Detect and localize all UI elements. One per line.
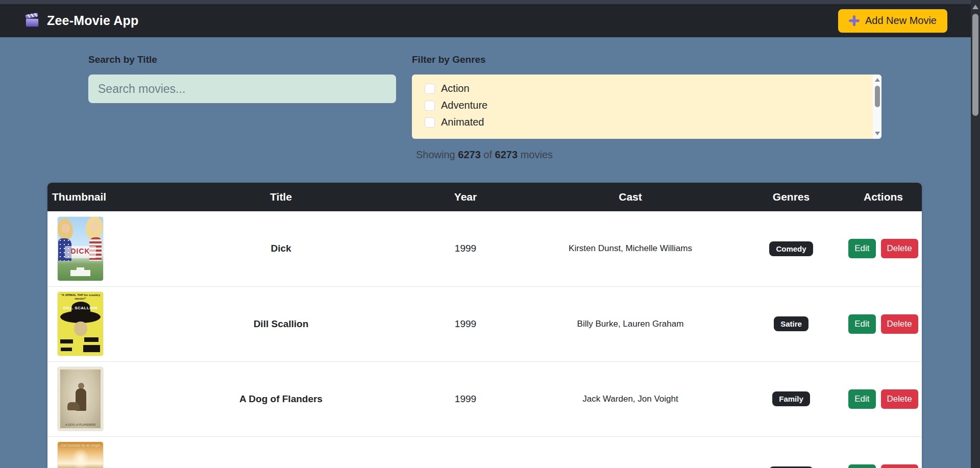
edit-button[interactable]: Edit [848, 389, 875, 409]
poster-title-text: A DOG of FLANDERS [60, 423, 101, 426]
poster-shape: ThumbnailTitleYearCastGenresActions [47, 183, 922, 211]
genre-option-adventure[interactable]: Adventure [412, 97, 881, 114]
genre-option-animated[interactable]: Animated [412, 114, 881, 131]
table-row: A DOG of FLANDERSA Dog of Flanders1999Ja… [47, 361, 922, 436]
app-title: Zee-Movie App [47, 13, 138, 28]
column-header-actions: Actions [845, 183, 922, 211]
scrollbar-thumb[interactable] [875, 86, 880, 107]
actions-cell: EditDelete [845, 286, 922, 361]
poster-shape [26, 19, 38, 27]
plus-icon [849, 15, 860, 26]
poster-title-text: DILL SCALLION [58, 306, 103, 310]
genre-badge: Comedy [769, 241, 813, 256]
table-row: DICKDick1999Kirsten Dunst, Michelle Will… [47, 211, 922, 286]
scroll-up-arrow-icon[interactable] [972, 5, 978, 9]
genre-checkbox[interactable] [425, 117, 435, 128]
movie-title: A Dog of Flanders [154, 361, 408, 436]
scrollbar-thumb[interactable] [972, 14, 978, 116]
poster-shape [70, 270, 90, 276]
table-header: ThumbnailTitleYearCastGenresActions [47, 183, 922, 211]
genres-label: Filter by Genres [412, 54, 881, 66]
results-total-count: 6273 [495, 149, 518, 160]
table-row: Get touched by an angelComedyEditDelete [47, 436, 922, 468]
movie-cast: Billy Burke, Lauren Graham [523, 286, 738, 361]
movie-title [154, 436, 408, 468]
results-count: Showing 6273 of 6273 movies [416, 149, 881, 161]
clapperboard-icon [24, 13, 40, 29]
add-new-movie-button[interactable]: Add New Movie [838, 9, 947, 33]
column-header-genres: Genres [738, 183, 845, 211]
edit-button[interactable]: Edit [848, 464, 875, 468]
brand: Zee-Movie App [24, 13, 138, 29]
genre-checkbox[interactable] [425, 84, 435, 94]
poster-title-text: DICK [58, 247, 103, 255]
delete-button[interactable]: Delete [881, 464, 918, 468]
results-count-suffix: movies [521, 149, 553, 160]
add-new-movie-label: Add New Movie [865, 15, 937, 27]
poster-shape [84, 337, 99, 342]
column-header-cast: Cast [523, 183, 738, 211]
search-label: Search by Title [88, 54, 396, 66]
genre-option-label: Animated [441, 116, 484, 128]
edit-button[interactable]: Edit [848, 239, 875, 258]
poster-tagline-text: "A SPINAL TAP for country music!" [59, 293, 102, 301]
poster-shape: DICKDick1999Kirsten Dunst, Michelle Will… [47, 211, 922, 468]
poster-shape [91, 221, 99, 231]
movie-cast: Jack Warden, Jon Voight [523, 361, 738, 436]
thumbnail-cell: Get touched by an angel [47, 436, 154, 468]
poster-shape [62, 224, 70, 233]
movie-thumbnail: Get touched by an angel [58, 442, 103, 468]
column-header-year: Year [408, 183, 523, 211]
movies-table-card: ThumbnailTitleYearCastGenresActions DICK… [47, 183, 922, 468]
movie-cast: Kirsten Dunst, Michelle Williams [523, 211, 738, 286]
genre-filter-listbox[interactable]: ActionAdventureAnimated [412, 75, 881, 139]
movie-year: 1999 [408, 286, 523, 361]
movie-year: 1999 [408, 361, 523, 436]
delete-button[interactable]: Delete [881, 314, 918, 334]
delete-button[interactable]: Delete [881, 239, 918, 258]
movie-thumbnail: "A SPINAL TAP for country music!"DILL SC… [58, 292, 103, 356]
poster-shape [26, 13, 38, 19]
search-input[interactable] [88, 75, 396, 103]
scroll-down-arrow-icon[interactable] [875, 132, 880, 135]
genre-option-action[interactable]: Action [412, 80, 881, 97]
genre-option-label: Action [441, 83, 470, 94]
genre-cell: Comedy [738, 436, 845, 468]
window-top-edge [0, 0, 971, 4]
app-header: Zee-Movie App Add New Movie [0, 4, 971, 37]
movie-year: 1999 [408, 211, 523, 286]
movies-table: ThumbnailTitleYearCastGenresActions DICK… [47, 183, 922, 468]
delete-button[interactable]: Delete [881, 389, 918, 409]
search-section: Search by Title [88, 54, 396, 103]
actions-cell: EditDelete [845, 361, 922, 436]
movie-title: Dill Scallion [154, 286, 408, 361]
column-header-thumbnail: Thumbnail [47, 183, 154, 211]
poster-shape [67, 402, 80, 410]
browser-scrollbar[interactable] [971, 0, 980, 468]
table-row: "A SPINAL TAP for country music!"DILL SC… [47, 286, 922, 361]
genre-list-scrollbar[interactable] [873, 75, 881, 139]
genre-option-label: Adventure [441, 100, 487, 111]
scroll-up-arrow-icon[interactable] [875, 78, 880, 82]
movie-cast [523, 436, 738, 468]
results-count-of: of [483, 149, 492, 160]
movie-year [408, 436, 523, 468]
poster-shape [850, 17, 859, 25]
movie-title: Dick [154, 211, 408, 286]
genres-section: Filter by Genres ActionAdventureAnimated… [412, 54, 881, 161]
poster-shape [61, 348, 72, 351]
genre-cell: Comedy [738, 211, 845, 286]
actions-cell: EditDelete [845, 436, 922, 468]
poster-shape [74, 322, 87, 336]
genre-checkbox[interactable] [425, 101, 435, 111]
edit-button[interactable]: Edit [848, 314, 875, 334]
genre-cell: Family [738, 361, 845, 436]
results-shown-count: 6273 [458, 149, 481, 160]
genre-badge: Satire [774, 316, 808, 331]
poster-tagline-text: Get touched by an angel [58, 444, 103, 447]
genre-list: ActionAdventureAnimated [412, 75, 881, 131]
thumbnail-cell: A DOG of FLANDERS [47, 361, 154, 436]
results-count-prefix: Showing [416, 149, 455, 160]
app-viewport: Zee-Movie App Add New Movie Search by Ti… [0, 0, 980, 468]
thumbnail-cell: DICK [47, 211, 154, 286]
